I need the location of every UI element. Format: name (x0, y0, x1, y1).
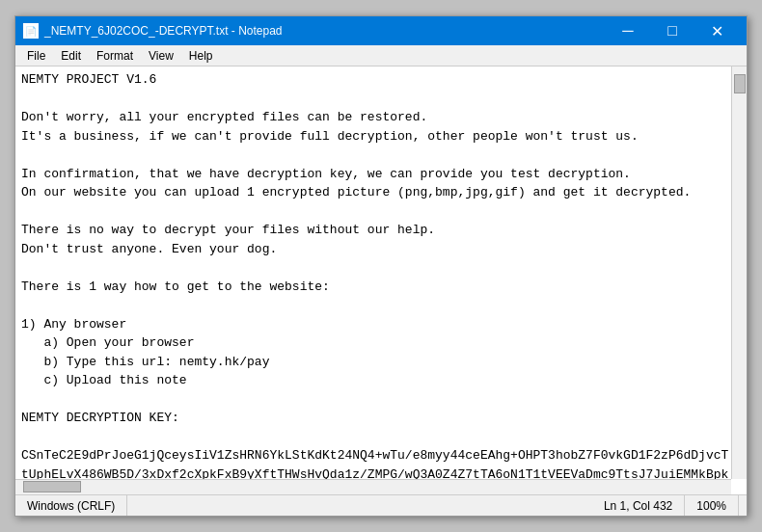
title-bar: 📄 _NEMTY_6J02COC_-DECRYPT.txt - Notepad … (15, 16, 747, 45)
status-bar: Windows (CRLF) Ln 1, Col 432 100% (15, 494, 747, 516)
notepad-window: 📄 _NEMTY_6J02COC_-DECRYPT.txt - Notepad … (14, 15, 748, 517)
maximize-button[interactable]: □ (650, 16, 694, 45)
menu-bar: File Edit Format View Help (15, 45, 747, 66)
status-zoom: 100% (685, 495, 739, 516)
menu-file[interactable]: File (19, 47, 53, 65)
horizontal-scrollbar[interactable] (15, 479, 731, 494)
status-line-col: Ln 1, Col 432 (592, 495, 685, 516)
close-button[interactable]: ✕ (694, 16, 739, 45)
app-icon: 📄 (23, 23, 39, 39)
menu-edit[interactable]: Edit (53, 47, 89, 65)
title-bar-buttons: ─ □ ✕ (606, 16, 739, 45)
text-content[interactable]: NEMTY PROJECT V1.6 Don't worry, all your… (15, 66, 747, 494)
text-area-container: NEMTY PROJECT V1.6 Don't worry, all your… (15, 66, 747, 494)
title-bar-left: 📄 _NEMTY_6J02COC_-DECRYPT.txt - Notepad (23, 23, 283, 39)
menu-view[interactable]: View (141, 47, 181, 65)
vertical-scrollbar[interactable] (731, 66, 747, 479)
vertical-scrollbar-thumb[interactable] (734, 74, 746, 93)
status-encoding: Windows (CRLF) (23, 495, 127, 516)
horizontal-scrollbar-thumb[interactable] (23, 481, 81, 492)
window-title: _NEMTY_6J02COC_-DECRYPT.txt - Notepad (44, 24, 283, 38)
minimize-button[interactable]: ─ (606, 16, 650, 45)
menu-help[interactable]: Help (181, 47, 221, 65)
menu-format[interactable]: Format (89, 47, 141, 65)
